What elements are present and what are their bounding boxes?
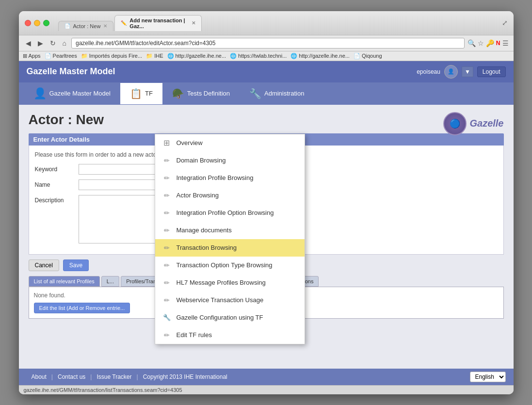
menu-item-transaction-browsing[interactable]: Transaction Browsing	[155, 239, 305, 257]
language-select[interactable]: English	[470, 372, 506, 382]
bookmark-ihe[interactable]: 📁 IHE	[146, 53, 163, 59]
menu-item-to-type-browsing[interactable]: Transaction Option Type Browsing	[155, 257, 305, 274]
menu-item-edit-tf-rules[interactable]: Edit TF rules	[155, 326, 305, 344]
bookmark-importes-label: Importés depuis Fire...	[89, 53, 142, 59]
maximize-button[interactable]	[43, 20, 49, 26]
save-button[interactable]: Save	[63, 259, 89, 271]
bookmark-twlab-label: https://twlab.techni...	[238, 53, 287, 59]
nav-label-tests: Tests Definition	[187, 90, 230, 97]
tab-label-transaction: Add new transaction | Gaz...	[129, 17, 189, 29]
menu-item-actor-browsing[interactable]: Actor Browsing	[155, 187, 305, 204]
menu-item-ip-browsing[interactable]: Integration Profile Browsing	[155, 169, 305, 187]
main-content: Overview Domain Browsing Integration Pro…	[19, 105, 514, 369]
nav-item-admin[interactable]: 🔧 Administration	[240, 83, 314, 104]
user-avatar: 👤	[444, 65, 458, 79]
tf-icon: 📋	[130, 88, 142, 99]
menu-item-gazelle-config[interactable]: Gazelle Configuration using TF	[155, 309, 305, 326]
nav-item-tf[interactable]: 📋 TF	[120, 83, 162, 104]
browser-nav-icons: 🔍 ☆ 🔑 N ☰	[468, 39, 509, 47]
bookmark-pearltrees[interactable]: 📄 Pearltrees	[45, 53, 77, 59]
back-button[interactable]: ◀	[24, 38, 33, 48]
home-button[interactable]: ⌂	[61, 38, 68, 48]
admin-icon: 🔧	[249, 88, 261, 99]
menu-label-hl7-browsing: HL7 Message Profiles Browsing	[177, 279, 266, 286]
btab-profiles[interactable]: List of all relevant Profiles	[29, 276, 100, 287]
norton-icon: N	[496, 40, 500, 47]
username: epoiseau	[417, 68, 440, 75]
ipo-browsing-icon	[162, 208, 172, 218]
edit-list-button[interactable]: Edit the list (Add or Remove entrie...	[34, 303, 130, 313]
bookmark-qiqoung-label: Qiqoung	[362, 53, 382, 59]
menu-item-overview[interactable]: Overview	[155, 134, 305, 152]
url-input[interactable]	[71, 38, 465, 49]
ihe-icon: 📁	[146, 53, 153, 59]
ip-browsing-icon	[162, 173, 172, 183]
menu-item-domain[interactable]: Domain Browsing	[155, 152, 305, 169]
tab-close-actor[interactable]: ✕	[103, 23, 107, 29]
address-bar: ◀ ▶ ↻ ⌂ 🔍 ☆ 🔑 N ☰	[19, 35, 514, 51]
cancel-button[interactable]: Cancel	[29, 259, 59, 271]
footer-tracker[interactable]: Issue Tracker	[92, 373, 136, 380]
transaction-browsing-icon	[162, 243, 172, 253]
bookmark-gazelle2[interactable]: 🌐 http://gazelle.ihe.ne...	[290, 53, 350, 59]
tab-actor-new[interactable]: 📄 Actor : New ✕	[58, 21, 114, 31]
dropdown-menu: Overview Domain Browsing Integration Pro…	[155, 134, 305, 344]
hl7-browsing-icon	[162, 278, 172, 288]
user-dropdown-arrow[interactable]: ▼	[462, 66, 473, 77]
bookmark-pearltrees-label: Pearltrees	[53, 53, 77, 59]
qiqoung-icon: 📄	[354, 53, 360, 59]
app-title: Gazelle Master Model	[27, 66, 115, 77]
menu-label-domain: Domain Browsing	[177, 157, 226, 164]
description-label: Description	[35, 195, 74, 204]
bookmark-twlab[interactable]: 🌐 https://twlab.techni...	[230, 53, 287, 59]
keyword-label: Keyword	[35, 166, 74, 173]
browser-tabs: 📄 Actor : New ✕ ✏️ Add new transaction |…	[58, 15, 498, 31]
bookmark-apps[interactable]: ⊞ Apps	[23, 53, 41, 59]
footer-about[interactable]: About	[27, 373, 51, 380]
tab-close-transaction[interactable]: ✕	[192, 20, 195, 26]
menu-label-edit-tf-rules: Edit TF rules	[177, 331, 212, 339]
menu-item-hl7-browsing[interactable]: HL7 Message Profiles Browsing	[155, 274, 305, 292]
window-controls	[25, 20, 49, 26]
footer-copyright: Copyright 2013 IHE International	[138, 373, 232, 380]
forward-button[interactable]: ▶	[36, 38, 45, 48]
bookmark-gazelle1[interactable]: 🌐 http://gazelle.ihe.ne...	[167, 53, 226, 59]
menu-label-overview: Overview	[177, 139, 203, 146]
refresh-button[interactable]: ↻	[48, 38, 58, 48]
menu-icon[interactable]: ☰	[502, 39, 509, 47]
btab-l[interactable]: L...	[101, 276, 119, 287]
menu-item-manage-docs[interactable]: Manage documents	[155, 222, 305, 239]
bookmark-ihe-label: IHE	[154, 53, 163, 59]
domain-icon	[162, 156, 172, 165]
window-expand-icon[interactable]: ⤢	[502, 19, 508, 27]
twlab-icon: 🌐	[230, 53, 237, 59]
footer-contact[interactable]: Contact us	[53, 373, 90, 380]
key-icon[interactable]: 🔑	[486, 39, 494, 47]
ws-usage-icon	[162, 295, 172, 305]
tab-add-transaction[interactable]: ✏️ Add new transaction | Gaz... ✕	[114, 15, 202, 31]
menu-label-ws-usage: Webservice Transaction Usage	[177, 296, 264, 304]
name-label: Name	[35, 181, 74, 188]
title-bar: 📄 Actor : New ✕ ✏️ Add new transaction |…	[19, 11, 514, 35]
close-button[interactable]	[25, 20, 31, 26]
menu-item-ipo-browsing[interactable]: Integration Profile Option Browsing	[155, 204, 305, 222]
page-title: Actor : New	[29, 112, 504, 128]
bookmark-apps-label: Apps	[29, 53, 41, 59]
nav-item-tests[interactable]: 🪖 Tests Definition	[162, 83, 240, 104]
nav-label-tf: TF	[145, 90, 153, 97]
bookmark-qiqoung[interactable]: 📄 Qiqoung	[354, 53, 382, 59]
search-icon[interactable]: 🔍	[468, 39, 476, 47]
logout-button[interactable]: Logout	[477, 66, 506, 77]
bookmark-importes[interactable]: 📁 Importés depuis Fire...	[81, 53, 142, 59]
gmm-icon: 👤	[33, 87, 47, 100]
minimize-button[interactable]	[34, 20, 40, 26]
menu-label-manage-docs: Manage documents	[177, 227, 232, 234]
nav-label-admin: Administration	[264, 90, 304, 97]
menu-label-gazelle-config: Gazelle Configuration using TF	[177, 314, 263, 321]
nav-item-gmm[interactable]: 👤 Gazelle Master Model	[24, 82, 120, 105]
gazelle-logo-icon: 🔵	[443, 112, 467, 135]
star-icon[interactable]: ☆	[478, 39, 484, 47]
app-footer: About | Contact us | Issue Tracker | Cop…	[19, 369, 514, 385]
menu-item-ws-usage[interactable]: Webservice Transaction Usage	[155, 292, 305, 309]
app-header: Gazelle Master Model epoiseau 👤 ▼ Logout	[19, 61, 514, 82]
